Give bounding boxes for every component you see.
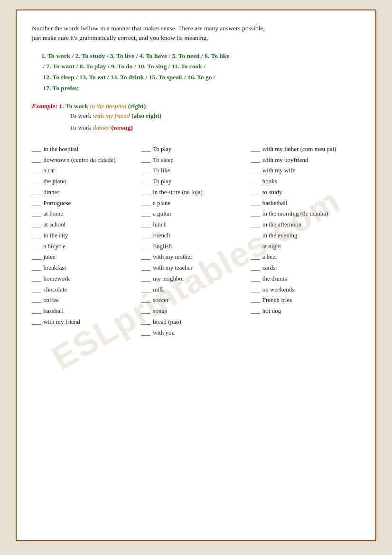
list-item: ___at school	[32, 219, 141, 230]
list-item: ___French	[141, 230, 251, 241]
list-item: ___a plane	[141, 198, 251, 209]
list-item: ___at home	[32, 208, 141, 219]
list-item: ___cards	[251, 263, 360, 273]
list-item: ___hot dog	[251, 306, 360, 317]
list-item: ___a car	[32, 165, 141, 176]
list-item: ___with my teacher	[141, 263, 251, 273]
list-item: ___with my mother	[141, 252, 251, 263]
list-item: ___downtown (centro da cidade)	[32, 155, 141, 166]
list-item: ___baseball	[32, 306, 141, 317]
worksheet-page: ESLprintables.com Number the words bello…	[16, 9, 376, 541]
list-item: ___with my father (com meu pai)	[251, 144, 360, 155]
list-item: ___in the hospital	[32, 144, 141, 155]
column-2: ___To play___To sleep___To like___To pla…	[141, 144, 251, 339]
list-item: ___juice	[32, 252, 141, 263]
example-line2: To work with my friend (also right)	[70, 110, 360, 122]
list-item: ___French fries	[251, 295, 360, 306]
instructions: Number the words bellow in a manner that…	[32, 24, 360, 43]
list-item: ___lunch	[141, 219, 251, 230]
example-line3: To work dinner (wrong)	[70, 122, 360, 133]
list-item: ___milk	[141, 284, 251, 295]
list-item: ___To like	[141, 165, 251, 176]
list-item: ___in the city	[32, 230, 141, 241]
list-item: ___in the store (na loja)	[141, 187, 251, 198]
example-section: Example: 1. To work in the hospital (rig…	[32, 103, 360, 133]
list-item: ___with my friend	[32, 317, 141, 328]
list-item: ___the piano	[32, 176, 141, 187]
list-item: ___in the morning (de manha)	[251, 208, 360, 219]
list-item: ___To play	[141, 176, 251, 187]
list-item: ___with my boyfriend	[251, 155, 360, 166]
list-item: ___a beer	[251, 252, 360, 263]
list-item: ___at night	[251, 241, 360, 252]
list-item: ___with you	[141, 328, 251, 339]
list-item: ___with my wife	[251, 165, 360, 176]
list-item: ___chocolate	[32, 284, 141, 295]
list-item: ___basketball	[251, 198, 360, 209]
list-item: ___dinner	[32, 187, 141, 198]
list-item: ___the drums	[251, 273, 360, 284]
list-item: ___coffee	[32, 295, 141, 306]
list-item: ___books	[251, 176, 360, 187]
list-item: ___homework	[32, 273, 141, 284]
list-item: ___songs	[141, 306, 251, 317]
column-3: ___with my father (com meu pai)___with m…	[251, 144, 360, 339]
list-item: ___bread (pao)	[141, 317, 251, 328]
example-label: Example: 1. To work	[32, 103, 88, 110]
list-item: ___English	[141, 241, 251, 252]
columns-container: ___in the hospital___downtown (centro da…	[32, 144, 360, 339]
list-item: ___in the afternoon	[251, 219, 360, 230]
list-item: ___To play	[141, 144, 251, 155]
list-item: ___my neighbor	[141, 273, 251, 284]
list-item: ___a bicycle	[32, 241, 141, 252]
list-item: ___in the evening	[251, 230, 360, 241]
list-item: ___To sleep	[141, 155, 251, 166]
list-item: ___a guitar	[141, 208, 251, 219]
list-item: ___on weekends	[251, 284, 360, 295]
list-item: ___to study	[251, 187, 360, 198]
list-item: ___Portuguese	[32, 198, 141, 209]
list-item: ___breakfast	[32, 263, 141, 273]
verb-list: 1. To work / 2. To study / 3. To live / …	[32, 51, 360, 94]
list-item: ___soccer	[141, 295, 251, 306]
column-1: ___in the hospital___downtown (centro da…	[32, 144, 141, 339]
